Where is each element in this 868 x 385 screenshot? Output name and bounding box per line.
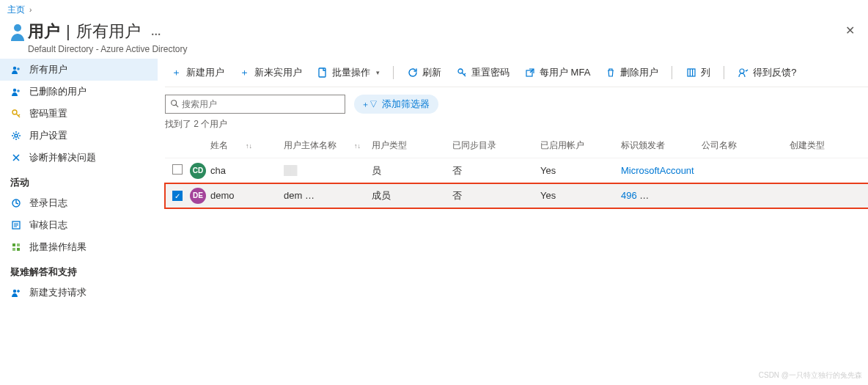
key-icon <box>456 67 467 78</box>
columns-button[interactable]: 列 <box>680 63 716 82</box>
page-subtitle: Default Directory - Azure Active Directo… <box>28 44 839 54</box>
avatar: CD <box>190 163 206 179</box>
chevron-down-icon: ▾ <box>376 69 380 76</box>
sort-icon[interactable]: ↑↓ <box>354 142 361 150</box>
cell-user-type: 员 <box>372 164 452 177</box>
refresh-button[interactable]: 刷新 <box>401 63 447 82</box>
sidebar-item[interactable]: 所有用户 <box>0 59 158 81</box>
sidebar-item-label: 批量操作结果 <box>29 241 87 254</box>
cell-name: demo <box>210 190 284 201</box>
separator <box>724 66 724 79</box>
page-title: 用户 | 所有用户 … <box>28 21 839 43</box>
sidebar-item[interactable]: 批量操作结果 <box>0 236 158 258</box>
table-row[interactable]: CDcha██员否YesMicrosoftAccount <box>165 158 868 183</box>
users-icon <box>7 21 28 44</box>
breadcrumb: 主页 › <box>0 0 868 18</box>
table-header: 姓名↑↓ 用户主体名称↑↓ 用户类型 已同步目录 已启用帐户 标识颁发者 公司名… <box>165 133 868 158</box>
sidebar-heading: 活动 <box>0 169 158 192</box>
cell-name: cha <box>210 165 284 176</box>
page-header: 用户 | 所有用户 … Default Directory - Azure Ac… <box>0 18 868 54</box>
support-icon <box>10 287 22 298</box>
search-icon <box>170 99 179 110</box>
svg-rect-12 <box>17 248 20 251</box>
svg-point-0 <box>14 24 21 32</box>
sidebar-item-label: 审核日志 <box>29 219 67 232</box>
main-content: ＋ 新建用户 ＋ 新来宾用户 批量操作 ▾ 刷新 <box>158 54 868 308</box>
svg-point-1 <box>13 67 16 70</box>
feedback-button[interactable]: 得到反馈? <box>732 63 802 82</box>
filter-row: ＋▽ 添加筛选器 <box>165 87 868 118</box>
more-actions-button[interactable]: … <box>151 26 163 37</box>
separator <box>672 66 672 79</box>
sidebar-item-label: 已删除的用户 <box>29 85 87 98</box>
svg-point-2 <box>17 67 20 70</box>
sidebar-item-label: 诊断并解决问题 <box>29 151 96 164</box>
sidebar-item[interactable]: 新建支持请求 <box>0 282 158 304</box>
sort-icon[interactable]: ↑↓ <box>246 142 252 150</box>
feedback-icon <box>738 67 749 78</box>
svg-point-4 <box>17 89 20 92</box>
audit-icon <box>10 219 22 231</box>
new-user-button[interactable]: ＋ 新建用户 <box>165 63 230 82</box>
svg-rect-17 <box>688 69 695 76</box>
search-input-wrapper[interactable] <box>165 95 345 114</box>
filter-icon: ＋▽ <box>361 99 378 110</box>
cell-issuer[interactable]: 496 ████████████ <box>621 190 702 201</box>
plus-icon: ＋ <box>239 67 250 78</box>
signin-icon <box>10 197 22 209</box>
svg-point-13 <box>13 290 16 293</box>
columns-icon <box>685 67 696 78</box>
new-guest-button[interactable]: ＋ 新来宾用户 <box>233 63 308 82</box>
separator <box>393 66 394 79</box>
search-input[interactable] <box>182 99 340 109</box>
mfa-button[interactable]: 每用户 MFA <box>518 63 596 82</box>
sidebar-item-label: 所有用户 <box>29 63 67 76</box>
sidebar-heading: 疑难解答和支持 <box>0 258 158 282</box>
svg-point-19 <box>172 100 177 105</box>
external-icon <box>524 67 535 78</box>
cell-enabled: Yes <box>540 190 621 201</box>
people-icon <box>10 64 22 76</box>
svg-rect-14 <box>319 68 326 77</box>
toolbar: ＋ 新建用户 ＋ 新来宾用户 批量操作 ▾ 刷新 <box>165 57 868 87</box>
cell-enabled: Yes <box>540 165 621 176</box>
bulk-icon <box>10 241 22 253</box>
cell-user-type: 成员 <box>372 189 452 202</box>
cell-upn: dem ██████████ <box>284 190 372 201</box>
svg-rect-11 <box>12 248 15 251</box>
people-icon <box>10 86 22 98</box>
sidebar-item-label: 密码重置 <box>29 107 67 120</box>
reset-password-button[interactable]: 重置密码 <box>450 63 515 82</box>
sidebar: 所有用户已删除的用户密码重置用户设置诊断并解决问题活动登录日志审核日志批量操作结… <box>0 54 158 308</box>
svg-point-18 <box>740 69 744 73</box>
row-checkbox[interactable]: ✓ <box>172 191 183 201</box>
breadcrumb-home[interactable]: 主页 <box>7 4 25 16</box>
diagnose-icon <box>10 152 22 164</box>
cell-synced: 否 <box>452 189 540 202</box>
svg-rect-9 <box>12 243 15 246</box>
sidebar-item-label: 新建支持请求 <box>29 286 87 299</box>
sidebar-item[interactable]: 登录日志 <box>0 192 158 214</box>
sidebar-item-label: 用户设置 <box>29 129 67 142</box>
sidebar-item[interactable]: 已删除的用户 <box>0 81 158 103</box>
sidebar-item-label: 登录日志 <box>29 197 67 210</box>
delete-user-button[interactable]: 删除用户 <box>599 63 664 82</box>
cell-upn: ██ <box>284 165 372 176</box>
svg-rect-10 <box>17 243 20 246</box>
row-checkbox[interactable] <box>172 164 183 175</box>
users-table: 姓名↑↓ 用户主体名称↑↓ 用户类型 已同步目录 已启用帐户 标识颁发者 公司名… <box>165 133 868 208</box>
sidebar-item[interactable]: 审核日志 <box>0 214 158 236</box>
table-row[interactable]: ✓DEdemodem ██████████成员否Yes496 █████████… <box>165 183 868 208</box>
sidebar-item[interactable]: 诊断并解决问题 <box>0 147 158 169</box>
bulk-operations-button[interactable]: 批量操作 ▾ <box>311 63 386 82</box>
sidebar-item[interactable]: 用户设置 <box>0 125 158 147</box>
refresh-icon <box>407 67 418 78</box>
sidebar-item[interactable]: 密码重置 <box>0 103 158 125</box>
result-count: 找到了 2 个用户 <box>165 118 868 133</box>
avatar: DE <box>190 188 206 204</box>
cell-issuer[interactable]: MicrosoftAccount <box>621 165 702 176</box>
svg-point-3 <box>13 89 16 92</box>
close-button[interactable]: ✕ <box>839 21 861 40</box>
add-filter-button[interactable]: ＋▽ 添加筛选器 <box>354 95 438 114</box>
plus-icon: ＋ <box>171 67 182 78</box>
